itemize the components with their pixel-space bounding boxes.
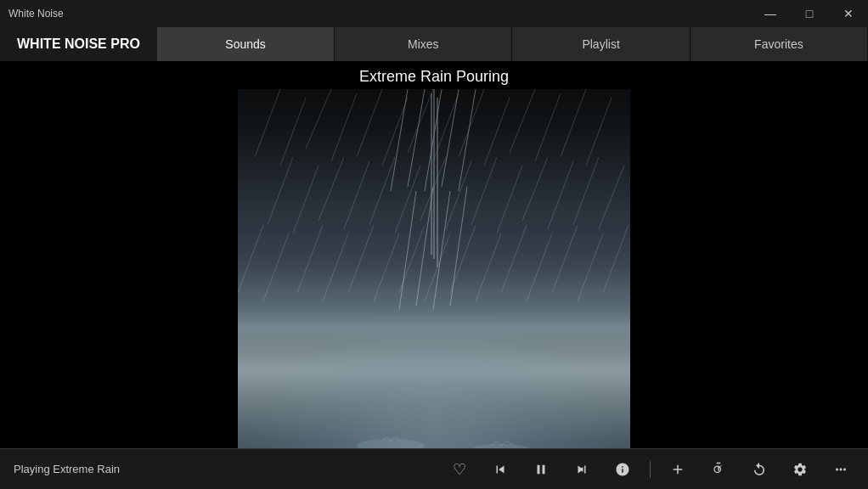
svg-line-11	[535, 93, 561, 161]
svg-line-14	[268, 157, 293, 225]
app-header: WHITE NOISE PRO Sounds Mixes Playlist Fa…	[0, 27, 868, 61]
svg-line-30	[297, 225, 323, 293]
svg-line-26	[573, 157, 599, 225]
splash-layer	[238, 305, 630, 448]
svg-line-25	[548, 161, 573, 229]
svg-line-46	[442, 89, 459, 187]
tab-mixes[interactable]: Mixes	[335, 27, 512, 61]
svg-line-49	[416, 187, 433, 306]
svg-line-36	[450, 225, 476, 293]
album-art	[238, 89, 630, 448]
svg-line-43	[391, 89, 408, 191]
maximize-button[interactable]: □	[790, 0, 829, 27]
svg-line-31	[323, 233, 348, 301]
svg-line-42	[603, 225, 628, 293]
tab-playlist[interactable]: Playlist	[512, 27, 690, 61]
svg-line-29	[263, 233, 289, 301]
settings-button[interactable]	[786, 456, 814, 483]
svg-line-16	[318, 157, 344, 221]
svg-line-15	[293, 166, 318, 233]
playback-controls: ♡	[446, 456, 854, 483]
add-button[interactable]	[664, 456, 691, 483]
svg-line-44	[408, 89, 425, 187]
loop-button[interactable]	[746, 456, 773, 483]
nav-tabs: Sounds Mixes Playlist Favorites	[157, 27, 868, 61]
more-button[interactable]	[827, 456, 854, 483]
info-button[interactable]	[609, 456, 636, 483]
close-button[interactable]: ✕	[829, 0, 868, 27]
svg-line-32	[348, 225, 374, 293]
svg-line-4	[357, 89, 382, 157]
svg-line-23	[497, 166, 522, 233]
svg-line-39	[527, 233, 552, 301]
tab-sounds[interactable]: Sounds	[157, 27, 335, 61]
rain-canvas	[238, 89, 630, 448]
svg-line-3	[331, 93, 357, 161]
now-playing-text: Playing Extreme Rain	[14, 463, 183, 475]
svg-line-19	[395, 166, 420, 233]
svg-line-40	[552, 225, 578, 293]
pause-button[interactable]	[527, 456, 555, 483]
svg-line-0	[255, 89, 280, 157]
svg-line-27	[599, 166, 624, 229]
minimize-button[interactable]: —	[751, 0, 790, 27]
svg-line-8	[459, 89, 484, 157]
svg-line-22	[471, 157, 497, 225]
svg-line-33	[374, 233, 399, 301]
next-button[interactable]	[568, 456, 595, 483]
svg-line-24	[522, 157, 548, 221]
track-title: Extreme Rain Pouring	[359, 68, 509, 86]
app-title: WHITE NOISE PRO	[0, 37, 157, 52]
divider	[650, 461, 651, 478]
favorite-button[interactable]: ♡	[446, 456, 473, 483]
svg-line-6	[408, 89, 433, 153]
prev-button[interactable]	[487, 456, 514, 483]
title-bar: White Noise — □ ✕	[0, 0, 868, 27]
svg-line-48	[399, 191, 416, 310]
svg-line-51	[450, 187, 467, 306]
svg-line-9	[484, 98, 510, 166]
tab-favorites[interactable]: Favorites	[690, 27, 868, 61]
svg-line-13	[586, 98, 612, 166]
svg-line-38	[501, 225, 527, 293]
svg-line-2	[306, 89, 331, 149]
svg-line-28	[238, 225, 263, 293]
svg-line-37	[476, 233, 501, 301]
window-controls: — □ ✕	[751, 0, 868, 27]
timer-button[interactable]	[705, 456, 732, 483]
svg-line-1	[280, 98, 306, 166]
svg-line-47	[459, 89, 476, 191]
svg-line-17	[344, 161, 369, 229]
main-content: Extreme Rain Pouring	[0, 61, 868, 448]
svg-line-5	[382, 98, 408, 166]
svg-line-12	[561, 89, 586, 157]
status-bar: Playing Extreme Rain ♡	[0, 448, 868, 489]
svg-line-10	[510, 89, 535, 153]
title-bar-text: White Noise	[8, 8, 64, 20]
svg-line-50	[433, 191, 450, 310]
svg-line-41	[578, 233, 603, 301]
